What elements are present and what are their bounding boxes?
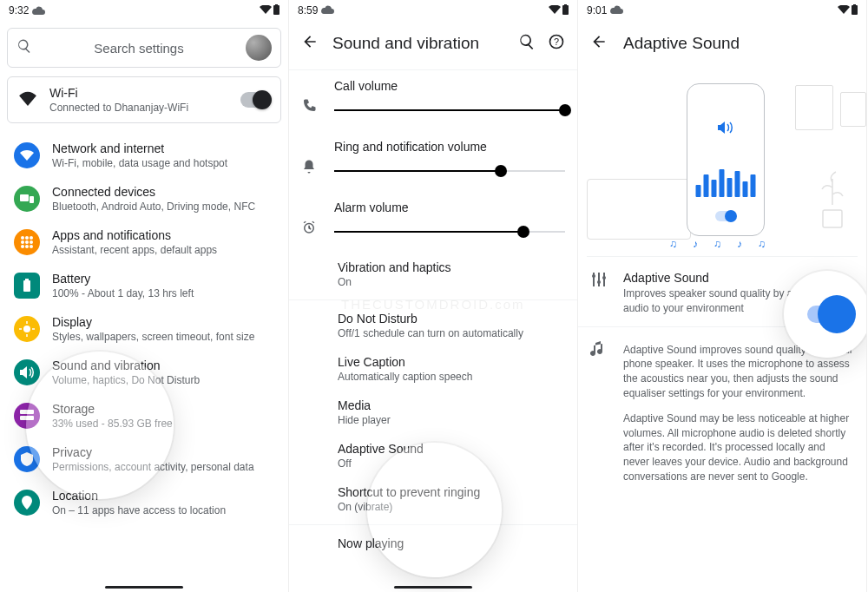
screen-header: Adaptive Sound (578, 21, 866, 75)
search-placeholder: Search settings (41, 41, 237, 56)
setting-sub: Wi-Fi, mobile, data usage and hotspot (52, 157, 227, 169)
phone-illustration (687, 83, 765, 236)
svg-rect-28 (853, 4, 856, 6)
search-icon[interactable] (518, 33, 536, 54)
setting-sub: Assistant, recent apps, default apps (52, 244, 217, 256)
svg-point-7 (21, 240, 24, 244)
setting-location[interactable]: LocationOn – 11 apps have access to loca… (0, 481, 288, 524)
svg-text:?: ? (554, 36, 559, 47)
sound-icon (14, 359, 40, 385)
devices-icon (14, 186, 40, 212)
alarm-volume-row: Alarm volume (289, 192, 577, 253)
search-settings-bar[interactable]: Search settings (7, 28, 281, 68)
setting-sub: On – 11 apps have access to location (52, 504, 226, 516)
display-icon (14, 316, 40, 342)
svg-rect-14 (23, 280, 30, 292)
back-icon[interactable] (301, 33, 319, 54)
item-sub: Off (338, 457, 529, 470)
alarm-volume-slider[interactable] (334, 223, 565, 240)
setting-apps[interactable]: Apps and notificationsAssistant, recent … (0, 220, 288, 264)
prevent-ringing-item[interactable]: Shortcut to prevent ringingOn (vibrate) (289, 477, 577, 521)
status-bar: 9:32 (0, 0, 288, 21)
cloud-icon (32, 6, 46, 15)
speaker-icon (718, 121, 733, 138)
adaptive-sound-item[interactable]: Adaptive SoundOff (289, 434, 577, 477)
setting-title: Connected devices (52, 185, 255, 199)
setting-connected-devices[interactable]: Connected devicesBluetooth, Android Auto… (0, 177, 288, 220)
cloud-icon (321, 4, 335, 16)
svg-rect-1 (275, 4, 278, 6)
now-playing-item[interactable]: Now playing (289, 529, 577, 558)
setting-privacy[interactable]: PrivacyPermissions, account activity, pe… (0, 437, 288, 481)
wifi-title: Wi-Fi (49, 86, 188, 100)
adaptive-sound-screen: 9:01 Adaptive Sound ♫♪♫♪♫ Adaptive Sound… (578, 0, 867, 592)
search-icon (16, 38, 32, 57)
svg-rect-21 (20, 416, 34, 420)
svg-rect-13 (25, 279, 29, 280)
svg-rect-22 (562, 5, 569, 15)
svg-rect-29 (823, 210, 842, 227)
call-volume-slider[interactable] (334, 102, 565, 119)
cloud-icon (610, 4, 624, 16)
status-bar: 8:59 (289, 0, 577, 21)
home-handle[interactable] (105, 586, 183, 589)
battery-status-icon (273, 4, 279, 17)
help-icon[interactable]: ? (548, 33, 565, 54)
svg-rect-0 (273, 5, 279, 15)
item-sub: On (vibrate) (338, 501, 529, 513)
storage-icon (14, 403, 40, 429)
item-title: Vibration and haptics (338, 260, 529, 274)
svg-rect-3 (30, 196, 34, 203)
home-handle[interactable] (394, 586, 472, 589)
wifi-quick-card[interactable]: Wi-Fi Connected to Dhananjay-WiFi (7, 76, 281, 123)
profile-avatar[interactable] (246, 35, 272, 61)
setting-title: Apps and notifications (52, 228, 217, 242)
page-title: Adaptive Sound (623, 34, 740, 53)
divider (289, 299, 577, 300)
adaptive-sound-switch[interactable] (784, 271, 867, 358)
live-caption-item[interactable]: Live CaptionAutomatically caption speech (289, 347, 577, 391)
svg-point-5 (25, 236, 29, 240)
svg-rect-23 (564, 4, 567, 6)
ring-volume-row: Ring and notification volume (289, 131, 577, 192)
item-sub: On (338, 276, 529, 288)
setting-sub: Volume, haptics, Do Not Disturb (52, 374, 200, 386)
setting-sub: 100% - About 1 day, 13 hrs left (52, 287, 194, 299)
setting-sound[interactable]: Sound and vibrationVolume, haptics, Do N… (0, 351, 288, 394)
call-icon (301, 98, 320, 117)
setting-network[interactable]: Network and internetWi-Fi, mobile, data … (0, 134, 288, 177)
setting-title: Location (52, 489, 226, 503)
call-volume-row: Call volume (289, 70, 577, 131)
item-title: Live Caption (338, 355, 529, 369)
back-icon[interactable] (590, 33, 608, 54)
equalizer-icon (590, 271, 609, 292)
screen-header: Sound and vibration ? (289, 21, 577, 70)
bell-icon (301, 159, 320, 178)
ring-volume-slider[interactable] (334, 162, 565, 180)
setting-display[interactable]: DisplayStyles, wallpapers, screen timeou… (0, 307, 288, 351)
privacy-icon (14, 446, 40, 472)
svg-point-8 (25, 240, 29, 244)
setting-storage[interactable]: Storage33% used - 85.93 GB free (0, 394, 288, 437)
wifi-toggle[interactable] (240, 92, 270, 108)
battery-icon (14, 273, 40, 299)
setting-title: Storage (52, 402, 173, 416)
svg-point-11 (25, 245, 29, 248)
wifi-status-icon (549, 4, 561, 16)
vibration-item[interactable]: Vibration and hapticsOn (289, 253, 577, 296)
item-sub: Off/1 schedule can turn on automatically (338, 327, 529, 339)
media-item[interactable]: MediaHide player (289, 391, 577, 434)
svg-point-4 (21, 236, 24, 240)
setting-battery[interactable]: Battery100% - About 1 day, 13 hrs left (0, 264, 288, 307)
svg-point-6 (30, 236, 33, 240)
item-title: Shortcut to prevent ringing (338, 485, 529, 499)
volume-title: Ring and notification volume (334, 140, 565, 154)
apps-icon (14, 229, 40, 255)
setting-title: Privacy (52, 445, 254, 459)
setting-title: Sound and vibration (52, 358, 200, 372)
status-bar: 9:01 (578, 0, 866, 21)
settings-main-screen: 9:32 Search settings Wi-Fi Connected to … (0, 0, 289, 592)
volume-title: Alarm volume (334, 201, 565, 214)
status-time: 9:01 (587, 4, 607, 16)
dnd-item[interactable]: Do Not DisturbOff/1 schedule can turn on… (289, 304, 577, 347)
